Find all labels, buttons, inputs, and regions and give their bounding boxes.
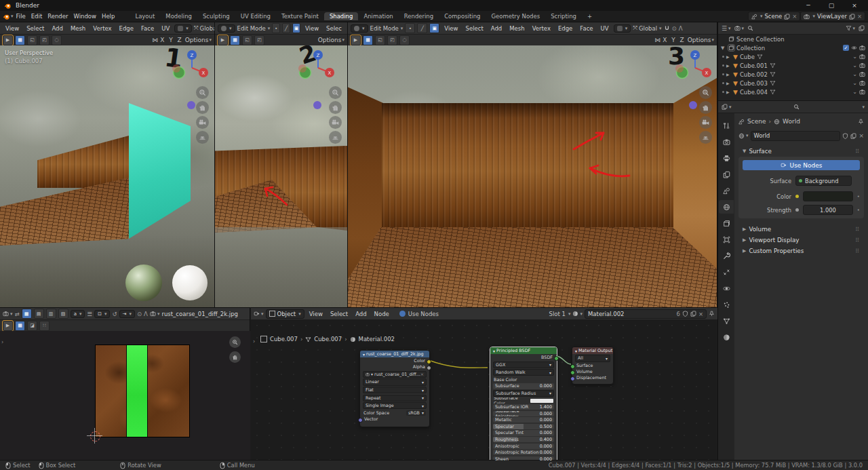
uv-snap-target-dropdown[interactable]: ⇥▾ — [119, 310, 135, 318]
vp1-menu-uv[interactable]: UV — [159, 25, 172, 32]
new-viewlayer-icon[interactable] — [849, 14, 855, 20]
workspace-tab-animation[interactable]: Animation — [358, 12, 398, 20]
breadcrumb-scene[interactable]: Scene — [747, 118, 766, 125]
cube-expand-icon[interactable]: ▶ — [726, 54, 731, 59]
vp2-face-select-mode[interactable]: ▣ — [292, 23, 300, 33]
uv-face-select-mode[interactable]: ▥ — [46, 309, 56, 319]
vp1-box-select-tool[interactable]: ▦ — [15, 35, 25, 45]
vp3-proportional-edit-icon[interactable]: ⊙ — [672, 25, 677, 32]
toolbar-toggle-arrow[interactable]: › — [1, 339, 3, 345]
uv-box-select-tool[interactable]: ▦ — [15, 321, 25, 331]
shader-toolbar-toggle-arrow[interactable]: › — [253, 338, 255, 345]
vp2-mode-dropdown[interactable]: Edit Mode▾ — [237, 25, 271, 32]
material-slot-dropdown[interactable]: Slot 1▾ — [549, 311, 571, 317]
material-users-count[interactable]: 6 — [676, 311, 679, 317]
material-datablock-dropdown[interactable]: ▾ — [572, 311, 583, 317]
tab-world[interactable] — [719, 200, 734, 214]
outliner-row-scene-collection[interactable]: Scene Collection — [718, 35, 868, 43]
viewport-display-panel-header[interactable]: ▶ Viewport Display ⠿ — [738, 235, 864, 246]
vp2-perspective-button[interactable] — [329, 131, 342, 144]
vp3-options-dropdown[interactable]: Options▾ — [688, 37, 714, 43]
blender-menu-icon[interactable] — [3, 13, 10, 20]
uv-sync-icon[interactable]: ⇄ — [15, 311, 20, 317]
vp3-mirror-axes[interactable]: X Y Z — [663, 37, 686, 43]
vp1-menu-add[interactable]: Add — [49, 25, 65, 32]
cube003-render-icon[interactable] — [859, 80, 865, 86]
vp1-navigation-gizmo[interactable]: Z X — [172, 47, 212, 88]
material-fake-user-icon[interactable] — [682, 311, 688, 317]
material-copy-icon[interactable] — [690, 311, 696, 317]
outliner-filter-funnel[interactable]: ▾ — [846, 25, 855, 31]
menu-window[interactable]: Window — [71, 13, 99, 20]
outliner-row-cube004[interactable]: ▶ ▼ Cube.004 ⌄ — [718, 87, 868, 96]
vp1-mirror-axes[interactable]: X Y Z — [160, 37, 183, 43]
custom-properties-panel-header[interactable]: ▶ Custom Properties ⠿ — [738, 246, 864, 256]
menu-help[interactable]: Help — [99, 13, 117, 20]
cube002-visibility-icon[interactable]: ⌄ — [852, 71, 857, 77]
shader-editor-canvas[interactable]: › Cube.007 › Cube.007 › Material.002 ▾ru… — [251, 319, 717, 461]
vp1-camera-view-button[interactable] — [196, 116, 209, 129]
workspace-tab-geometry-nodes[interactable]: Geometry Nodes — [486, 12, 545, 20]
uv-proportional-icon[interactable]: ⊙ — [137, 311, 142, 317]
workspace-tab-modeling[interactable]: Modeling — [160, 12, 197, 20]
tab-constraints[interactable] — [719, 265, 734, 279]
vp2-circle-select-tool[interactable]: ◱ — [242, 35, 252, 45]
image-texture-node[interactable]: ▾rust_coarse_01_diff_2k.jpg Color Alpha … — [359, 350, 430, 427]
remove-viewlayer-icon[interactable]: × — [857, 13, 862, 20]
vp1-shading-dropdown[interactable]: ▾ — [174, 24, 192, 33]
world-color-swatch[interactable] — [803, 191, 853, 201]
vp2-zoom-button[interactable] — [329, 86, 342, 99]
vp3-perspective-button[interactable] — [699, 131, 712, 144]
vp1-menu-mesh[interactable]: Mesh — [68, 25, 88, 32]
source-dropdown[interactable]: Single Image▾ — [363, 402, 427, 409]
vp1-zoom-button[interactable] — [196, 86, 209, 99]
principled-bsdf-node[interactable]: ▾Principled BSDF BSDF GGX▾ Random Walk▾ … — [490, 347, 557, 461]
pin-icon[interactable] — [858, 119, 864, 125]
uv-island-select-mode[interactable]: ▧ — [58, 309, 68, 319]
vp2-pan-button[interactable] — [329, 101, 342, 114]
pivot-dropdown[interactable]: ⊡▾ — [94, 310, 110, 318]
uv-tweak-tool[interactable]: ▶ — [3, 321, 13, 331]
vp2-vertex-select-mode[interactable]: ∙ — [272, 23, 280, 33]
collection-visibility-icon[interactable] — [851, 45, 857, 51]
tab-output[interactable] — [719, 151, 734, 165]
collection-expand-icon[interactable]: ▼ — [721, 45, 726, 51]
vp1-menu-select[interactable]: Select — [24, 25, 47, 32]
outliner-search-icon[interactable] — [747, 25, 753, 31]
uv-2d-cursor[interactable] — [90, 431, 100, 442]
outliner-row-cube001[interactable]: ▶ ▼ Cube.001 ⌄ — [718, 61, 868, 70]
vp3-pan-button[interactable] — [699, 101, 712, 114]
workspace-tab-layout[interactable]: Layout — [130, 12, 160, 20]
vp3-zoom-button[interactable] — [699, 86, 712, 99]
vp3-face-select-mode[interactable]: ▣ — [429, 23, 439, 33]
vp2-menu-select[interactable]: Selec — [323, 25, 344, 32]
vp3-menu-view[interactable]: View — [441, 25, 460, 32]
tab-modifiers[interactable] — [719, 249, 734, 262]
vp3-box-select-tool[interactable]: ▦ — [363, 35, 373, 45]
material-name-field[interactable]: Material.002 6 × — [585, 309, 707, 319]
vp1-lasso-select-tool[interactable]: ◰ — [39, 35, 50, 45]
fake-user-shield-icon[interactable] — [842, 133, 848, 139]
properties-search-icon[interactable] — [793, 104, 800, 110]
outliner-row-cube003[interactable]: ▶ ▼ Cube.003 ⌄ — [718, 79, 868, 87]
cube003-visibility-icon[interactable]: ⌄ — [852, 80, 857, 86]
vp3-menu-edge[interactable]: Edge — [555, 25, 575, 32]
vp3-mode-icon[interactable]: ▾ — [351, 24, 368, 33]
cube004-render-icon[interactable] — [859, 89, 865, 95]
vp3-snap-icon[interactable] — [664, 25, 670, 31]
tab-material[interactable] — [719, 330, 734, 344]
workspace-tab-shading[interactable]: Shading — [324, 12, 359, 20]
vp1-options-dropdown[interactable]: Options▾ — [185, 37, 212, 43]
shader-use-nodes-checkbox[interactable]: Use Nodes — [399, 311, 439, 317]
extension-dropdown[interactable]: Repeat▾ — [363, 395, 427, 402]
tab-render[interactable] — [719, 135, 734, 149]
uv-vertex-select-mode[interactable]: ▦ — [22, 309, 32, 319]
image-datablock-selector[interactable]: ▾rust_coarse_01_diff... × — [363, 371, 427, 378]
minimize-button[interactable]: ─ — [799, 0, 818, 11]
vp3-menu-mesh[interactable]: Mesh — [507, 25, 527, 32]
workspace-tab-uv-editing[interactable]: UV Editing — [235, 12, 276, 20]
shader-menu-select[interactable]: Select — [328, 311, 351, 317]
vp3-vertex-select-mode[interactable]: ∙ — [405, 23, 415, 33]
properties-options-icon[interactable]: ▾ — [862, 104, 865, 110]
material-output-node[interactable]: ▾Material Output All▾ Surface Volume Dis… — [572, 347, 614, 385]
